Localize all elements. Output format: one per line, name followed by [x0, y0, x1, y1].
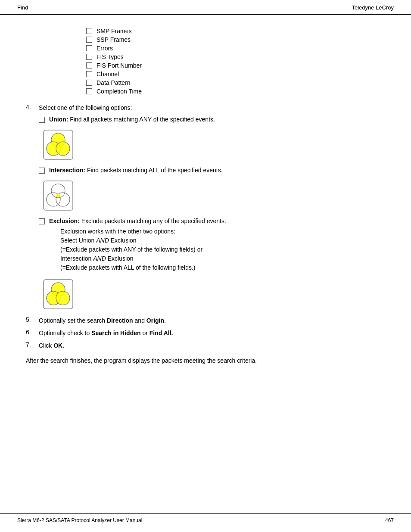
list-item: Completion Time	[86, 88, 385, 95]
step-5-number: 5.	[26, 316, 39, 323]
checkbox-icon	[39, 218, 45, 224]
main-content: SMP Frames SSP Frames Errors FIS Types F…	[0, 23, 411, 383]
after-search-text: After the search finishes, the program d…	[26, 356, 385, 365]
checkbox-icon	[86, 28, 92, 34]
exclusion-item: Exclusion: Exclude packets matching any …	[39, 218, 385, 224]
list-item: Errors	[86, 45, 385, 52]
exclusion-venn-diagram	[43, 279, 73, 309]
step-6-row: 6. Optionally check to Search in Hidden …	[26, 329, 385, 338]
checkbox-icon	[86, 71, 92, 77]
step-7-row: 7. Click OK.	[26, 341, 385, 350]
intersection-venn-diagram	[43, 180, 73, 211]
checkbox-icon	[39, 117, 45, 123]
list-item: SSP Frames	[86, 36, 385, 43]
checkbox-icon	[86, 45, 92, 51]
header-title: Find	[17, 4, 28, 11]
step-4-number: 4.	[26, 103, 39, 110]
list-item: FIS Types	[86, 53, 385, 60]
page-footer: Sierra M6-2 SAS/SATA Protocol Analyzer U…	[0, 513, 411, 523]
union-item: Union: Find all packets matching ANY of …	[39, 116, 385, 123]
header-brand: Teledyne LeCroy	[352, 4, 394, 11]
union-venn-diagram	[43, 130, 73, 160]
checkbox-icon	[86, 80, 92, 86]
step-4-exclusion-list: Exclusion: Exclude packets matching any …	[26, 218, 385, 224]
exclusion-detail: Exclusion works with the other two optio…	[60, 227, 385, 272]
list-item: Channel	[86, 71, 385, 78]
svg-point-11	[56, 291, 70, 305]
list-item: FIS Port Number	[86, 62, 385, 69]
intersection-item: Intersection: Find packets matching ALL …	[39, 167, 385, 174]
step-4-section: 4. Select one of the following options: …	[26, 103, 385, 309]
step-5-row: 5. Optionally set the search Direction a…	[26, 316, 385, 325]
page-header: Find Teledyne LeCroy	[0, 0, 411, 15]
checkbox-icon	[86, 62, 92, 68]
list-item: SMP Frames	[86, 28, 385, 34]
step-7-content: Click OK.	[39, 341, 64, 350]
exclusion-line4: Intersection AND Exclusion	[60, 255, 134, 262]
svg-point-3	[56, 142, 70, 156]
footer-page-number: 467	[385, 517, 394, 523]
exclusion-line2: Select Union AND Exclusion	[60, 237, 137, 244]
checkbox-icon	[86, 54, 92, 60]
exclusion-line3: (=Exclude packets with ANY of the follow…	[60, 246, 202, 253]
step-4-intro: Select one of the following options:	[39, 103, 132, 112]
step-4-row: 4. Select one of the following options:	[26, 103, 385, 112]
checkbox-icon	[39, 168, 45, 174]
checkbox-icon	[86, 37, 92, 43]
list-item: Data Pattern	[86, 79, 385, 86]
step-7-number: 7.	[26, 341, 39, 348]
exclusion-line1: Exclusion works with the other two optio…	[60, 228, 175, 235]
checkbox-icon	[86, 88, 92, 94]
bullet-list: SMP Frames SSP Frames Errors FIS Types F…	[26, 28, 385, 95]
footer-manual-title: Sierra M6-2 SAS/SATA Protocol Analyzer U…	[17, 517, 142, 523]
step-4-sub-list: Union: Find all packets matching ANY of …	[26, 116, 385, 123]
step-4-intersection-list: Intersection: Find packets matching ALL …	[26, 167, 385, 174]
step-6-number: 6.	[26, 329, 39, 336]
step-5-content: Optionally set the search Direction and …	[39, 316, 166, 325]
step-6-content: Optionally check to Search in Hidden or …	[39, 329, 173, 338]
page-container: Find Teledyne LeCroy SMP Frames SSP Fram…	[0, 0, 411, 532]
exclusion-line5: (=Exclude packets with ALL of the follow…	[60, 264, 195, 271]
